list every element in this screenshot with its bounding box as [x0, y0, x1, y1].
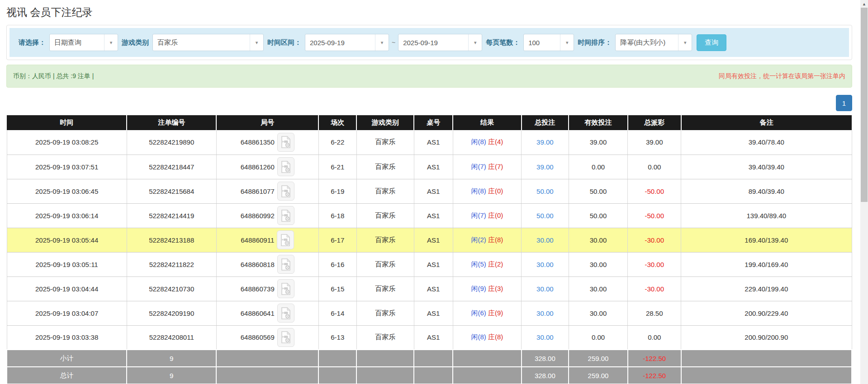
- round-id-group: 648861350: [218, 133, 317, 152]
- cell-session: 6-14: [318, 301, 356, 325]
- cell-bet-id: 522824208011: [127, 325, 216, 350]
- video-replay-button[interactable]: [277, 182, 294, 201]
- video-replay-button[interactable]: [277, 328, 294, 347]
- total-bet-link[interactable]: 39.00: [536, 138, 554, 146]
- subtotal-row-empty: [414, 350, 453, 367]
- date-from-select[interactable]: 2025-09-19 ▾: [305, 34, 389, 51]
- cell-valid-bet: 39.00: [569, 130, 628, 155]
- page-1-button[interactable]: 1: [836, 95, 852, 111]
- column-header-time: 时间: [7, 115, 127, 130]
- video-record-icon: [281, 283, 291, 295]
- cell-valid-bet: 50.00: [569, 203, 628, 228]
- video-replay-button[interactable]: [277, 304, 294, 323]
- cell-total-bet: 30.00: [522, 325, 569, 350]
- column-header-result: 结果: [453, 115, 521, 130]
- subtotal-row: 小计9328.00259.00-122.50: [7, 350, 852, 367]
- subtotal-row-empty: [318, 350, 356, 367]
- total-bet-link[interactable]: 30.00: [536, 236, 554, 244]
- result-player: 闲(8): [471, 333, 486, 341]
- total-bet-link[interactable]: 30.00: [536, 285, 554, 293]
- cell-round-id: 648861077: [216, 179, 318, 203]
- cell-game-type: 百家乐: [356, 325, 414, 350]
- cell-note: 39.40/78.40: [681, 130, 852, 155]
- scroll-up-icon[interactable]: ▲: [860, 0, 868, 8]
- total-bet-link[interactable]: 50.00: [536, 187, 554, 195]
- cell-game-type: 百家乐: [356, 276, 414, 301]
- total-row-empty: [318, 367, 356, 384]
- time-sort-select[interactable]: 降幂(由大到小) ▾: [615, 34, 692, 51]
- column-header-payout: 总派彩: [628, 115, 681, 130]
- search-button[interactable]: 查询: [697, 34, 726, 51]
- summary-notice: 同局有效投注，统一计算在该局第一张注单内: [719, 72, 845, 80]
- betting-records-page: 视讯 会员下注纪录 请选择： 日期查询 ▾ 游戏类别 百家乐 ▾ 时间区间： 2…: [0, 5, 860, 384]
- round-id-text: 648860911: [241, 236, 274, 244]
- result-player: 闲(5): [471, 260, 486, 268]
- column-header-note: 备注: [681, 115, 852, 130]
- chevron-down-icon: ▾: [250, 34, 263, 51]
- chevron-down-icon: ▾: [375, 34, 389, 51]
- cell-valid-bet: 30.00: [569, 252, 628, 276]
- cell-time: 2025-09-19 03:05:11: [7, 252, 127, 276]
- scrollbar-thumb[interactable]: [861, 8, 868, 202]
- video-replay-button[interactable]: [277, 206, 294, 225]
- cell-game-type: 百家乐: [356, 228, 414, 252]
- query-mode-value: 日期查询: [50, 34, 104, 51]
- vertical-scrollbar[interactable]: ▲: [860, 0, 868, 384]
- video-replay-button[interactable]: [277, 255, 294, 274]
- result-banker: 庄(3): [488, 285, 503, 292]
- total-bet-link[interactable]: 50.00: [536, 212, 554, 220]
- cell-game-type: 百家乐: [356, 252, 414, 276]
- game-type-select[interactable]: 百家乐 ▾: [152, 34, 264, 51]
- cell-result: 闲(8) 庄(0): [453, 179, 521, 203]
- game-type-value: 百家乐: [153, 34, 250, 51]
- column-header-total-bet: 总投注: [522, 115, 569, 130]
- video-replay-button[interactable]: [277, 230, 294, 249]
- cell-total-bet: 30.00: [522, 252, 569, 276]
- round-id-group: 648860818: [218, 255, 317, 274]
- cell-table-no: AS1: [414, 325, 453, 350]
- total-row-note: [681, 367, 852, 384]
- cell-round-id: 648860818: [216, 252, 318, 276]
- round-id-text: 648860818: [241, 261, 275, 268]
- query-mode-select[interactable]: 日期查询 ▾: [49, 34, 118, 51]
- table-row: 2025-09-19 03:04:07522824209190648860641…: [7, 301, 852, 325]
- cell-valid-bet: 0.00: [569, 325, 628, 350]
- cell-payout: 28.50: [628, 301, 681, 325]
- cell-table-no: AS1: [414, 301, 453, 325]
- total-bet-link[interactable]: 30.00: [536, 309, 554, 317]
- table-header-row: 时间注单编号局号场次游戏类别桌号结果总投注有效投注总派彩备注: [7, 115, 852, 130]
- cell-total-bet: 30.00: [522, 301, 569, 325]
- chevron-down-icon: ▾: [104, 34, 118, 51]
- table-row: 2025-09-19 03:06:45522824215684648861077…: [7, 179, 852, 203]
- cell-table-no: AS1: [414, 228, 453, 252]
- subtotal-row-total-bet: 328.00: [522, 350, 569, 367]
- video-replay-button[interactable]: [277, 133, 294, 152]
- video-record-icon: [281, 307, 291, 319]
- result-banker: 庄(7): [488, 163, 503, 170]
- table-row: 2025-09-19 03:03:38522824208011648860569…: [7, 325, 852, 350]
- cell-valid-bet: 0.00: [569, 155, 628, 179]
- cell-bet-id: 522824213188: [127, 228, 216, 252]
- total-bet-link[interactable]: 30.00: [536, 261, 554, 268]
- time-sort-label: 时间排序：: [578, 38, 612, 47]
- cell-payout: -50.00: [628, 179, 681, 203]
- cell-payout: 39.00: [628, 130, 681, 155]
- total-bet-link[interactable]: 39.00: [536, 163, 554, 171]
- total-bet-link[interactable]: 30.00: [536, 333, 554, 341]
- round-id-group: 648860992: [218, 206, 317, 225]
- cell-game-type: 百家乐: [356, 203, 414, 228]
- time-range-label: 时间区间：: [267, 38, 301, 47]
- total-row-total-bet: 328.00: [522, 367, 569, 384]
- date-to-select[interactable]: 2025-09-19 ▾: [398, 34, 482, 51]
- cell-round-id: 648861350: [216, 130, 318, 155]
- per-page-select[interactable]: 100 ▾: [523, 34, 574, 51]
- round-id-group: 648861077: [218, 182, 317, 201]
- result-banker: 庄(8): [488, 236, 503, 244]
- cell-time: 2025-09-19 03:06:14: [7, 203, 127, 228]
- cell-time: 2025-09-19 03:06:45: [7, 179, 127, 203]
- video-replay-button[interactable]: [277, 279, 294, 298]
- video-replay-button[interactable]: [277, 157, 294, 176]
- cell-result: 闲(8) 庄(8): [453, 325, 521, 350]
- cell-bet-id: 522824219890: [127, 130, 216, 155]
- cell-session: 6-17: [318, 228, 356, 252]
